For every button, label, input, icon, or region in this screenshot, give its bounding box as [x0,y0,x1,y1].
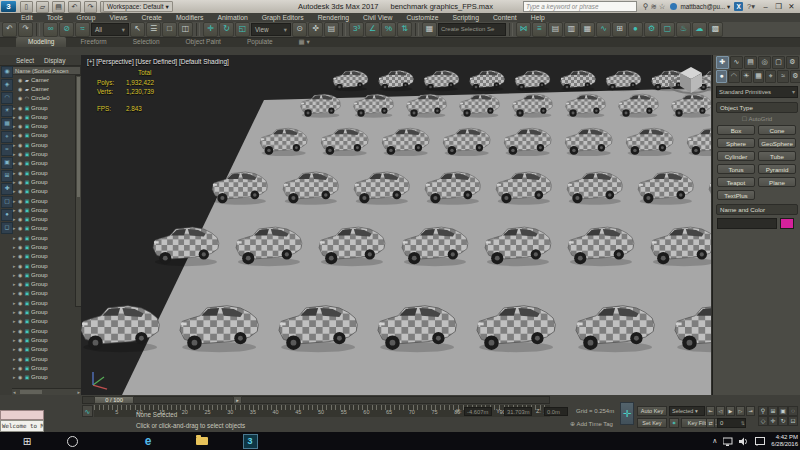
scene-row-group[interactable]: ▸◉▣Group [12,270,81,279]
align-icon[interactable]: ≡ [532,22,547,37]
visibility-eye-icon[interactable]: ◉ [18,328,23,334]
visibility-eye-icon[interactable]: ◉ [18,207,23,213]
expand-arrow-icon[interactable]: ▸ [13,365,17,371]
scene-row-group[interactable]: ▸◉▣Group [12,121,81,130]
menu-animation[interactable]: Animation [210,13,254,22]
use-pivot-center-icon[interactable]: ⊙ [292,22,307,37]
reference-coordinate-dropdown[interactable]: ▾View [251,23,291,36]
expand-arrow-icon[interactable]: ▸ [13,235,17,241]
scene-explorer-toggle-icon[interactable]: ▥ [564,22,579,37]
menu-views[interactable]: Views [102,13,134,22]
orbit-icon[interactable]: ↻ [778,416,788,426]
window-crossing-icon[interactable]: ◫ [178,22,193,37]
scene-row-group[interactable]: ▸◉▣Group [12,289,81,298]
go-to-end-button[interactable]: ⇥ [746,406,755,416]
keyboard-shortcut-override-icon[interactable]: ▤ [324,22,339,37]
visibility-eye-icon[interactable]: ◉ [18,290,23,296]
undo-icon[interactable]: ↶ [68,1,81,13]
previous-frame-button[interactable]: ◁ [716,406,725,416]
menu-modifiers[interactable]: Modifiers [169,13,211,22]
textplus-button[interactable]: TextPlus [717,190,755,200]
speaker-icon[interactable] [739,437,749,446]
expand-arrow-icon[interactable]: ▸ [13,356,17,362]
motion-tab[interactable]: ◎ [758,56,771,69]
visibility-eye-icon[interactable]: ◉ [18,216,23,222]
expand-arrow-icon[interactable]: ▸ [13,132,17,138]
3ds-max-logo[interactable]: 3 [1,1,16,12]
frame-spinner[interactable]: ⇅ [741,419,745,428]
display-tab[interactable]: ▢ [772,56,785,69]
expand-arrow-icon[interactable]: ▸ [13,309,17,315]
set-key-button[interactable]: Set Key [637,418,667,428]
render-setup-icon[interactable]: ⚙ [644,22,659,37]
scene-row-group[interactable]: ▸◉▣Group [12,280,81,289]
scene-row-group[interactable]: ▸◉▣Group [12,326,81,335]
material-editor-icon[interactable]: ● [628,22,643,37]
visibility-eye-icon[interactable]: ◉ [18,318,23,324]
layer-manager-icon[interactable]: ▤ [548,22,563,37]
next-frame-nub[interactable]: ▸ [233,396,242,404]
menu-tools[interactable]: Tools [40,13,70,22]
torus-button[interactable]: Torus [717,164,755,174]
field-of-view-icon[interactable]: ◇ [758,416,768,426]
select-object-icon[interactable]: ↖ [130,22,145,37]
named-selection-set-field[interactable]: Create Selection Se [438,23,506,36]
menu-create[interactable]: Create [135,13,169,22]
visibility-eye-icon[interactable]: ◉ [18,337,23,343]
snaps-toggle-icon[interactable]: 3³ [349,22,364,37]
scene-row-group[interactable]: ▸◉▣Group [12,335,81,344]
expand-arrow-icon[interactable]: ▸ [13,281,17,287]
scene-row-group[interactable]: ▸◉▣Group [12,317,81,326]
visibility-eye-icon[interactable]: ◉ [18,105,23,111]
visibility-eye-icon[interactable]: ◉ [18,235,23,241]
auto-key-button[interactable]: Auto Key [637,406,667,416]
percent-snap-icon[interactable]: % [381,22,396,37]
start-button[interactable]: ⊞ [14,432,40,450]
ribbon-toggle-icon[interactable]: ▦ [580,22,595,37]
expand-arrow-icon[interactable]: ▸ [13,272,17,278]
maxscript-mini-listener[interactable]: Welcome to M [0,420,44,432]
edge-taskbar-icon[interactable]: e [138,432,158,450]
edit-named-selection-sets-icon[interactable]: ▦ [422,22,437,37]
scene-row-group[interactable]: ▸◉▣Group [12,214,81,223]
box-button[interactable]: Box [717,125,755,135]
selection-filter-dropdown[interactable]: ▾All [91,23,129,36]
expand-arrow-icon[interactable]: ▸ [13,114,17,120]
ribbon-tab-freeform[interactable]: Freeform [68,37,118,47]
workspace-dropdown[interactable]: Workspace: Default ▾ [103,1,173,12]
perspective-viewport[interactable]: [+] [Perspective] [User Defined] [Defaul… [81,55,711,395]
visibility-eye-icon[interactable]: ◉ [18,132,23,138]
geosphere-button[interactable]: GeoSphere [758,138,796,148]
expand-arrow-icon[interactable]: ▸ [13,179,17,185]
ribbon-tab-modeling[interactable]: Modeling [16,37,66,47]
zoom-region-icon[interactable]: ◌ [788,406,798,416]
geometry-category[interactable]: ● [716,70,727,83]
visibility-eye-icon[interactable]: ◉ [18,151,23,157]
ribbon-tab-selection[interactable]: Selection [121,37,172,47]
menu-scripting[interactable]: Scripting [445,13,485,22]
expand-arrow-icon[interactable]: ▸ [13,253,17,259]
minimize-button[interactable]: – [759,1,772,12]
visibility-eye-icon[interactable]: ◉ [18,188,23,194]
lights-category[interactable]: ☀ [741,70,752,83]
expand-arrow-icon[interactable]: ▸ [13,207,17,213]
visibility-eye-icon[interactable]: ◉ [18,198,23,204]
scene-row-group[interactable]: ▸◉▣Group [12,354,81,363]
systems-category[interactable]: ⚙ [790,70,800,83]
expand-arrow-icon[interactable]: ▸ [13,142,17,148]
expand-arrow-icon[interactable]: ▸ [13,244,17,250]
ribbon-tab-populate[interactable]: Populate [235,37,285,47]
scene-row-camera[interactable]: ◉▰Camer [12,84,81,93]
modify-tab[interactable]: ∿ [730,56,743,69]
current-frame-field[interactable]: ⇅0 [717,418,746,428]
visibility-eye-icon[interactable]: ◉ [18,281,23,287]
scene-row-group[interactable]: ▸◉▣Group [12,112,81,121]
render-production-icon[interactable]: ♨ [676,22,691,37]
scene-row-group[interactable]: ▸◉▣Group [12,307,81,316]
select-and-link-icon[interactable]: ∞ [43,22,58,37]
scene-row-group[interactable]: ▸◉▣Group [12,168,81,177]
object-type-rollout[interactable]: Object Type [716,102,798,113]
scene-row-group[interactable]: ▸◉▣Group [12,373,81,382]
time-slider[interactable]: 0 / 100 [94,396,134,404]
cameras-category[interactable]: ▦ [753,70,764,83]
